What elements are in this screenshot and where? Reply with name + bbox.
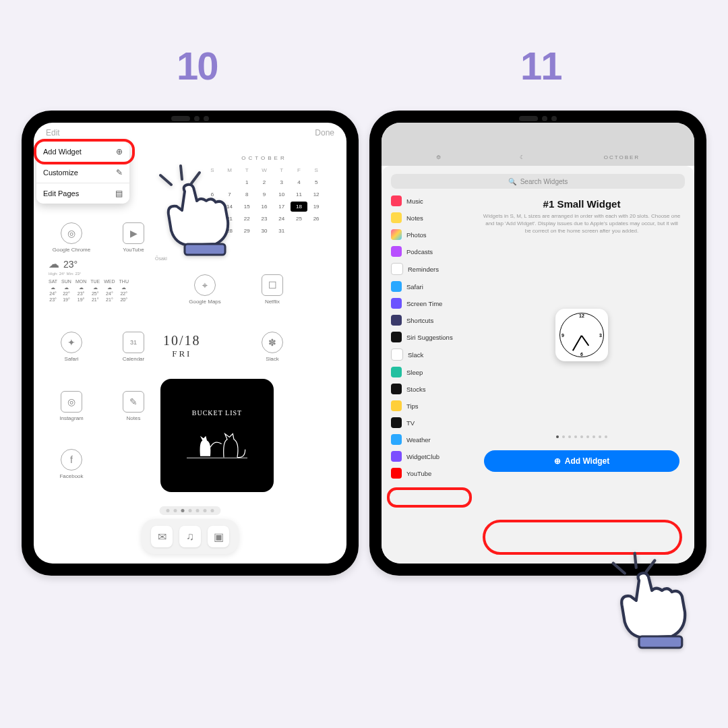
sidebar-item-music[interactable]: Music xyxy=(391,195,472,206)
menu-edit-pages-label: Edit Pages xyxy=(43,189,79,198)
search-widgets-input[interactable]: 🔍 Search Widgets xyxy=(391,174,685,189)
sidebar-item-reminders[interactable]: Reminders xyxy=(391,263,472,275)
sidebar-item-tips[interactable]: Tips xyxy=(391,400,472,411)
plus-icon: ⊕ xyxy=(554,456,561,466)
widget-detail: #1 Small Widget Widgets in S, M, L sizes… xyxy=(479,194,685,561)
date-widget[interactable]: 10/18 FRI xyxy=(163,333,201,359)
menu-add-widget[interactable]: Add Widget ⊕ xyxy=(36,142,129,162)
widget-page-dots[interactable] xyxy=(479,435,685,438)
app-youtube-label: YouTube xyxy=(123,247,144,253)
weather-hilo: High: 24° Min: 23° xyxy=(49,272,129,276)
menu-customize[interactable]: Customize ✎ xyxy=(36,162,129,183)
app-calendar-label: Calendar xyxy=(123,356,144,362)
sidebar-item-shortcuts[interactable]: Shortcuts xyxy=(391,315,472,326)
nav-done[interactable]: Done xyxy=(315,128,334,138)
svg-line-7 xyxy=(646,560,655,572)
menu-customize-label: Customize xyxy=(43,169,78,177)
tap-hand-icon xyxy=(142,158,249,266)
dock: ✉︎ ♫ ▣ xyxy=(142,519,239,554)
sidebar-item-podcasts[interactable]: Podcasts xyxy=(391,246,472,257)
app-safari-label: Safari xyxy=(65,356,79,362)
svg-line-5 xyxy=(613,564,625,574)
nav-edit[interactable]: Edit xyxy=(46,128,60,138)
sidebar-item-siri-suggestions[interactable]: Siri Suggestions xyxy=(391,332,472,342)
svg-line-6 xyxy=(635,553,636,568)
bucketlist-title: BUCKET LIST xyxy=(192,409,242,417)
sidebar-item-safari[interactable]: Safari xyxy=(391,281,472,292)
app-facebook[interactable]: fFacebook xyxy=(46,449,97,479)
app-slack-label: Slack xyxy=(266,356,279,362)
app-notes-label: Notes xyxy=(127,415,141,421)
widget-subtitle: Widgets in S, M, L sizes are arranged in… xyxy=(483,213,681,235)
menu-edit-pages[interactable]: Edit Pages ▤ xyxy=(36,183,129,204)
app-instagram-label: Instagram xyxy=(59,415,84,421)
sidebar-item-slack[interactable]: Slack xyxy=(391,348,472,361)
app-instagram[interactable]: ◎Instagram xyxy=(46,391,97,421)
svg-line-2 xyxy=(181,166,182,179)
weather-widget[interactable]: Ōsaki ☁︎ 23° High: 24° Min: 23° SAT☁︎24°… xyxy=(49,257,129,303)
tap-hand-icon xyxy=(593,545,708,659)
svg-rect-8 xyxy=(639,636,682,648)
dock-music-icon[interactable]: ♫ xyxy=(179,526,201,547)
sidebar-item-weather[interactable]: Weather xyxy=(391,434,472,445)
add-widget-button-label: Add Widget xyxy=(565,456,610,466)
widget-sheet: 🔍 Search Widgets MusicNotesPhotosPodcast… xyxy=(382,166,694,564)
add-widget-icon: ⊕ xyxy=(116,147,123,156)
svg-line-1 xyxy=(160,175,171,185)
page-indicator[interactable] xyxy=(160,506,221,515)
cats-illustration-icon xyxy=(183,422,251,462)
date-widget-weekday: FRI xyxy=(163,348,201,359)
sidebar-item-tv[interactable]: TV xyxy=(391,417,472,428)
app-chrome-label: Google Chrome xyxy=(53,247,90,253)
bucketlist-widget[interactable]: BUCKET LIST xyxy=(160,379,274,492)
sidebar-item-screen-time[interactable]: Screen Time xyxy=(391,298,472,309)
sidebar-item-widgetclub[interactable]: WidgetClub xyxy=(391,451,472,462)
customize-icon: ✎ xyxy=(116,168,123,177)
weather-temp: 23° xyxy=(63,259,78,270)
clock-widget-preview[interactable]: 12 3 6 9 xyxy=(555,309,608,361)
search-icon: 🔍 xyxy=(508,178,516,185)
edit-pages-icon: ▤ xyxy=(115,189,123,198)
search-placeholder: Search Widgets xyxy=(520,178,568,185)
app-maps[interactable]: ⌖Google Maps xyxy=(179,274,231,305)
step-10-label: 10 xyxy=(177,43,218,88)
ipad-step11: ⚙︎☾OCTOBER 🔍 Search Widgets MusicNotesPh… xyxy=(369,111,706,576)
dimmed-background: ⚙︎☾OCTOBER xyxy=(382,123,694,166)
app-netflix[interactable]: ☐Netflix xyxy=(247,274,298,305)
app-calendar[interactable]: 31Calendar xyxy=(108,332,159,362)
sidebar-item-notes[interactable]: Notes xyxy=(391,212,472,223)
app-facebook-label: Facebook xyxy=(59,473,83,479)
context-menu: Add Widget ⊕ Customize ✎ Edit Pages ▤ xyxy=(36,142,129,204)
sidebar-item-photos[interactable]: Photos xyxy=(391,229,472,240)
date-widget-date: 10/18 xyxy=(163,333,201,348)
app-maps-label: Google Maps xyxy=(189,299,221,305)
app-chrome[interactable]: ◎Google Chrome xyxy=(46,222,97,253)
svg-line-3 xyxy=(191,173,200,183)
app-notes[interactable]: ✎Notes xyxy=(108,391,159,421)
dock-photos-icon[interactable]: ▣ xyxy=(208,526,229,547)
sidebar-item-sleep[interactable]: Sleep xyxy=(391,367,472,377)
dock-mail-icon[interactable]: ✉︎ xyxy=(151,526,173,547)
app-slack[interactable]: ✽Slack xyxy=(247,332,298,362)
sidebar-item-stocks[interactable]: Stocks xyxy=(391,384,472,394)
menu-add-widget-label: Add Widget xyxy=(43,148,82,156)
app-safari[interactable]: ✦Safari xyxy=(46,332,97,362)
sidebar-item-youtube[interactable]: YouTube xyxy=(391,468,472,479)
widget-app-list: MusicNotesPhotosPodcastsRemindersSafariS… xyxy=(391,194,472,561)
app-netflix-label: Netflix xyxy=(265,299,280,305)
add-widget-button[interactable]: ⊕ Add Widget xyxy=(484,450,679,472)
widget-title: #1 Small Widget xyxy=(479,198,685,210)
step-11-label: 11 xyxy=(520,43,562,88)
svg-rect-4 xyxy=(185,244,225,255)
peek-month: OCTOBER xyxy=(604,154,640,160)
